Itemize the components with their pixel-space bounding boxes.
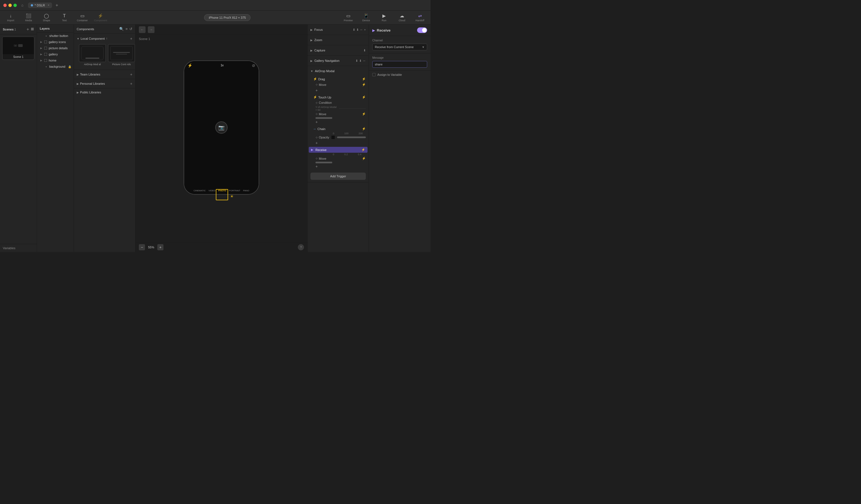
public-lib-label: Public Libraries <box>80 90 101 94</box>
chain-icon: ↔ <box>313 127 316 131</box>
layer-gallery[interactable]: ▶ gallery <box>37 51 73 57</box>
device-button[interactable]: 📱 Device <box>360 13 372 22</box>
scene-view-icon[interactable]: ▦ <box>31 27 34 32</box>
shape-label: Shape <box>43 19 50 22</box>
picture-controls-component[interactable]: Picture Cont rols <box>108 44 135 66</box>
close-button[interactable] <box>3 4 7 7</box>
receive-move-icon: ⊹ <box>315 157 318 160</box>
shape-icon: ◯ <box>44 13 49 18</box>
handoff-button[interactable]: ⇌ Handoff <box>414 13 426 22</box>
canvas-content[interactable]: Scene 1 ⚡ 1x ⊘ 📷 <box>136 35 308 242</box>
rtick-02: 0.2 <box>344 153 348 156</box>
channel-section: Channel Receive from Current Scene ▼ <box>369 36 430 53</box>
home-icon[interactable]: ⌂ <box>21 3 24 7</box>
airdrop-modal-header[interactable]: ▼ AirDrop Modal <box>308 66 369 76</box>
zoom-header[interactable]: ▶ Zoom <box>308 35 369 45</box>
media-button[interactable]: ⬛ Media <box>23 13 35 22</box>
zoom-in-button[interactable]: + <box>157 244 163 250</box>
upload-icon: ↑ <box>106 37 108 41</box>
nav-back-button[interactable]: ← <box>139 26 146 33</box>
gallery-nav-title: Gallery Navigation <box>314 59 340 62</box>
airdrop-modal-component[interactable]: AirDrop Mod al <box>79 44 106 66</box>
touch-up-add-button[interactable]: + <box>308 119 369 126</box>
layers-title: Layers <box>40 27 50 30</box>
add-personal-lib-button[interactable]: + <box>130 81 133 86</box>
component-button[interactable]: ⚡ Component <box>94 13 107 22</box>
nav-forward-button[interactable]: → <box>148 26 154 33</box>
media-icon: ⬛ <box>26 13 31 18</box>
preview-icon: ▭ <box>346 13 351 18</box>
text-button[interactable]: T Text <box>58 13 70 22</box>
picture-thumb <box>108 44 135 62</box>
zoom-out-button[interactable]: − <box>139 244 145 250</box>
gallery-nav-actions: ⬇ ⬇ ↔ <box>355 59 366 62</box>
list-view-icon[interactable]: ≡ <box>125 27 128 31</box>
camera-lens-icon: 📷 <box>218 124 224 131</box>
layer-gallery-icons[interactable]: ▶ gallery icons <box>37 39 73 45</box>
local-header[interactable]: ▼ Local Component ↑ + <box>77 35 133 42</box>
channel-dropdown[interactable]: Receive from Current Scene ▼ <box>372 44 427 50</box>
lib-header-left: ▶ Team Libraries <box>77 73 100 76</box>
component-label: Component <box>94 19 107 22</box>
message-input[interactable]: share <box>372 61 427 68</box>
shape-button[interactable]: ◯ Shape <box>40 13 53 22</box>
titlebar: ⌂ * DSLR × + <box>0 0 430 11</box>
focus-icon2: ⬇ <box>356 28 359 32</box>
add-trigger-label: Add Trigger <box>330 174 346 178</box>
scene-1-thumb[interactable]: ● Scene 1 <box>2 37 35 60</box>
move-icon: ⊹ <box>315 83 318 86</box>
add-component-button[interactable]: + <box>130 36 133 41</box>
gallery-nav-header[interactable]: ▶ Gallery Navigation ⬇ ⬇ ↔ <box>308 56 369 66</box>
receive-trigger-row[interactable]: ▶ Receive ⚡ <box>309 147 368 153</box>
toolbar-right-group: ▭ Preview 📱 Device ▶ Run ☁ Cloud ⇌ Hando… <box>342 13 426 22</box>
focus-header[interactable]: ▶ Focus ⬇ ⬇ ↔ + <box>308 25 369 35</box>
team-lib-header[interactable]: ▶ Team Libraries + <box>74 70 135 79</box>
drag-add-button[interactable]: + <box>308 87 369 94</box>
active-tab[interactable]: * DSLR × <box>28 2 52 8</box>
zoom-title: Zoom <box>314 38 322 42</box>
lib-header-left: ▶ Personal Libraries <box>77 82 105 85</box>
add-scene-button[interactable]: + <box>27 27 29 32</box>
refresh-icon[interactable]: ↺ <box>129 27 133 31</box>
container-button[interactable]: ▭ Container <box>76 13 88 22</box>
maximize-button[interactable] <box>13 4 17 7</box>
mode-portrait: PORTRAIT <box>229 190 240 192</box>
chain-add-button[interactable]: + <box>308 140 369 147</box>
add-team-lib-button[interactable]: + <box>130 72 133 76</box>
run-button[interactable]: ▶ Run <box>378 13 390 22</box>
preview-button[interactable]: ▭ Preview <box>342 13 354 22</box>
touch-up-trigger-row: ⚡ Touch Up ⚡ <box>308 94 369 100</box>
local-component-section: ▼ Local Component ↑ + AirDrop Mod al <box>74 33 135 70</box>
receive-add-button[interactable]: + <box>308 163 369 170</box>
expand-icon: ▶ <box>77 91 79 94</box>
scenes-title: Scenes <box>3 28 14 31</box>
layer-picture-details[interactable]: ▶ picture details <box>37 45 73 51</box>
drag-move-row: ⊹ Move ⚡ <box>308 82 369 87</box>
help-button[interactable]: ? <box>298 244 304 250</box>
personal-lib-header[interactable]: ▶ Personal Libraries + <box>74 79 135 88</box>
cloud-button[interactable]: ☁ Cloud <box>396 13 408 22</box>
variables-label: Variables <box>3 247 15 250</box>
receive-toggle[interactable] <box>417 27 427 33</box>
add-tab-button[interactable]: + <box>55 3 58 8</box>
public-lib-header[interactable]: ▶ Public Libraries <box>74 88 135 96</box>
receive-bolt: ⚡ <box>361 148 365 152</box>
components-panel: Components 🔍 ≡ ↺ ▼ Local Component ↑ + <box>74 25 136 252</box>
device-pill[interactable]: iPhone 11 Pro/X 812 × 375 <box>204 14 250 21</box>
layer-home[interactable]: ▶ home <box>37 57 73 64</box>
minimize-button[interactable] <box>9 4 12 7</box>
import-button[interactable]: ↓ Import <box>4 13 17 22</box>
focus-icon1: ⬇ <box>353 28 355 32</box>
airdrop-modal-section: ▼ AirDrop Modal ⚡ Drag ⚡ ⊹ Move ⚡ + ⚡ To… <box>308 66 369 182</box>
capture-header[interactable]: ▶ Capture ⬇ <box>308 45 369 55</box>
airdrop-modal-title: AirDrop Modal <box>315 69 334 73</box>
variables-section[interactable]: Variables <box>0 244 37 252</box>
layer-background[interactable]: ▪ background 🔒 <box>37 64 73 70</box>
layer-shutter-button[interactable]: ▪ shutter button <box>37 33 73 39</box>
opacity-label: Opacity <box>319 136 329 139</box>
assign-checkbox[interactable] <box>372 73 375 76</box>
touch-up-move-row: ⊹ Move ⚡ <box>308 111 369 117</box>
tab-close-icon[interactable]: × <box>48 4 50 7</box>
add-trigger-button[interactable]: Add Trigger <box>311 172 366 180</box>
search-icon[interactable]: 🔍 <box>119 27 124 31</box>
